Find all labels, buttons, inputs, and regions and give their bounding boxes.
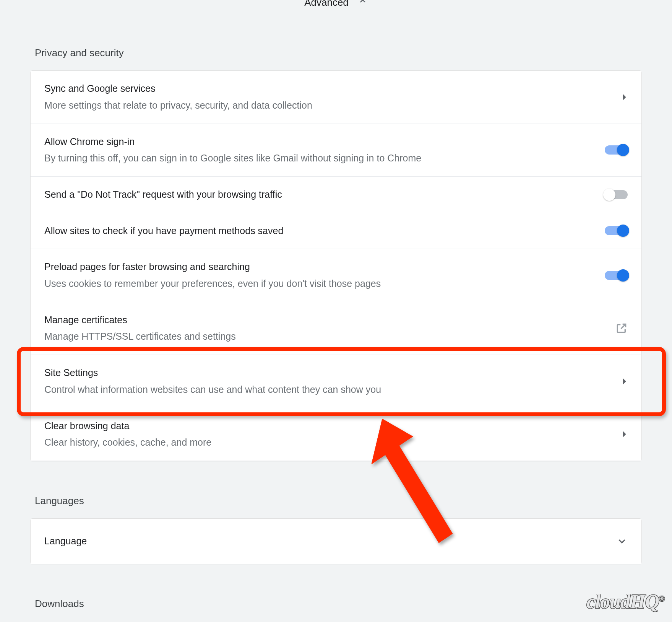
advanced-section-header[interactable]: Advanced [30,0,642,9]
row-title: Language [44,534,607,549]
row-desc: Clear history, cookies, cache, and more [44,435,612,450]
privacy-card: Sync and Google services More settings t… [30,70,642,461]
row-title: Allow sites to check if you have payment… [44,224,596,238]
do-not-track-toggle[interactable] [605,190,628,199]
row-title: Send a "Do Not Track" request with your … [44,187,596,202]
external-link-icon [615,322,628,334]
row-title: Site Settings [44,366,612,380]
row-desc: By turning this off, you can sign in to … [44,150,596,166]
cloudhq-watermark: cloudHQ® [587,590,664,613]
chevron-down-icon [616,536,628,547]
sync-google-services-row[interactable]: Sync and Google services More settings t… [31,71,641,124]
preload-pages-row[interactable]: Preload pages for faster browsing and se… [31,249,641,302]
row-title: Allow Chrome sign-in [44,135,596,149]
languages-title: Languages [30,495,642,507]
arrow-right-icon [622,93,628,101]
advanced-label: Advanced [304,0,349,8]
chrome-signin-toggle[interactable] [605,145,628,155]
downloads-title: Downloads [30,598,642,610]
payment-methods-row[interactable]: Allow sites to check if you have payment… [31,213,641,249]
language-row[interactable]: Language [31,519,641,564]
do-not-track-row[interactable]: Send a "Do Not Track" request with your … [31,177,641,213]
privacy-security-title: Privacy and security [30,47,642,59]
row-title: Manage certificates [44,313,606,327]
row-desc: Control what information websites can us… [44,382,612,397]
row-title: Preload pages for faster browsing and se… [44,260,596,274]
preload-pages-toggle[interactable] [605,271,628,280]
languages-card: Language [30,518,642,564]
row-desc: More settings that relate to privacy, se… [44,98,612,113]
manage-certificates-row[interactable]: Manage certificates Manage HTTPS/SSL cer… [31,302,641,355]
svg-line-0 [621,324,626,329]
row-title: Clear browsing data [44,419,612,433]
arrow-right-icon [622,378,628,385]
clear-browsing-data-row[interactable]: Clear browsing data Clear history, cooki… [31,408,641,461]
allow-chrome-signin-row[interactable]: Allow Chrome sign-in By turning this off… [31,124,641,177]
chevron-up-icon [358,0,368,9]
site-settings-row[interactable]: Site Settings Control what information w… [31,355,641,408]
row-desc: Uses cookies to remember your preference… [44,276,596,291]
row-desc: Manage HTTPS/SSL certificates and settin… [44,329,606,344]
arrow-right-icon [622,430,628,438]
payment-methods-toggle[interactable] [605,226,628,235]
row-title: Sync and Google services [44,81,612,96]
